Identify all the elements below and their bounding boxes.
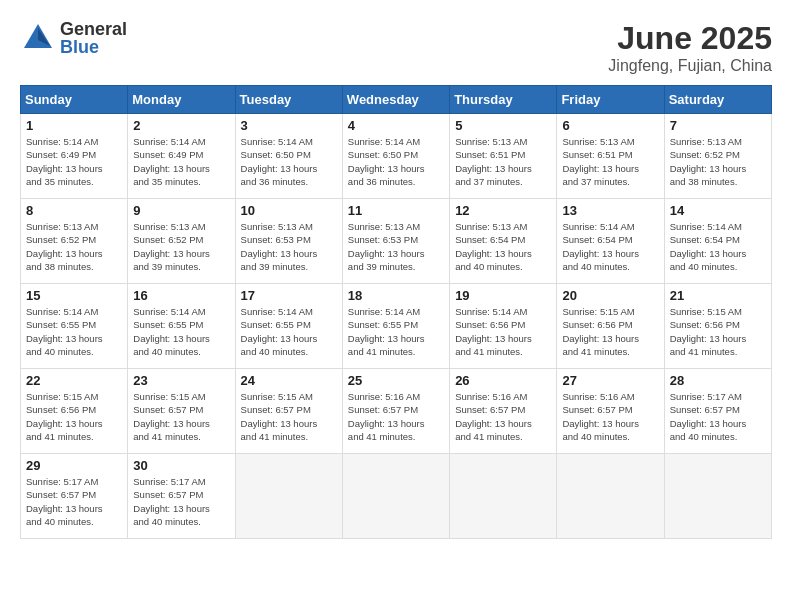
day-number: 12 [455,203,551,218]
col-monday: Monday [128,86,235,114]
day-number: 22 [26,373,122,388]
day-number: 14 [670,203,766,218]
day-info: Sunrise: 5:13 AMSunset: 6:53 PMDaylight:… [241,220,337,273]
day-number: 24 [241,373,337,388]
table-row [557,454,664,539]
day-info: Sunrise: 5:15 AMSunset: 6:57 PMDaylight:… [241,390,337,443]
day-info: Sunrise: 5:13 AMSunset: 6:52 PMDaylight:… [133,220,229,273]
day-info: Sunrise: 5:16 AMSunset: 6:57 PMDaylight:… [455,390,551,443]
day-number: 7 [670,118,766,133]
logo-general: General [60,20,127,38]
day-number: 25 [348,373,444,388]
col-thursday: Thursday [450,86,557,114]
day-number: 20 [562,288,658,303]
day-info: Sunrise: 5:14 AMSunset: 6:49 PMDaylight:… [133,135,229,188]
table-row: 20 Sunrise: 5:15 AMSunset: 6:56 PMDaylig… [557,284,664,369]
calendar-table: Sunday Monday Tuesday Wednesday Thursday… [20,85,772,539]
day-number: 28 [670,373,766,388]
table-row [664,454,771,539]
day-info: Sunrise: 5:16 AMSunset: 6:57 PMDaylight:… [348,390,444,443]
day-info: Sunrise: 5:14 AMSunset: 6:55 PMDaylight:… [133,305,229,358]
table-row: 12 Sunrise: 5:13 AMSunset: 6:54 PMDaylig… [450,199,557,284]
logo: General Blue [20,20,127,56]
day-number: 18 [348,288,444,303]
day-number: 23 [133,373,229,388]
day-info: Sunrise: 5:15 AMSunset: 6:56 PMDaylight:… [26,390,122,443]
day-info: Sunrise: 5:15 AMSunset: 6:56 PMDaylight:… [670,305,766,358]
day-number: 6 [562,118,658,133]
day-number: 15 [26,288,122,303]
day-info: Sunrise: 5:14 AMSunset: 6:54 PMDaylight:… [670,220,766,273]
day-number: 26 [455,373,551,388]
day-number: 9 [133,203,229,218]
day-info: Sunrise: 5:13 AMSunset: 6:52 PMDaylight:… [26,220,122,273]
col-saturday: Saturday [664,86,771,114]
day-number: 17 [241,288,337,303]
logo-icon [20,20,56,56]
day-info: Sunrise: 5:14 AMSunset: 6:55 PMDaylight:… [26,305,122,358]
logo-blue: Blue [60,38,127,56]
day-info: Sunrise: 5:14 AMSunset: 6:49 PMDaylight:… [26,135,122,188]
day-info: Sunrise: 5:17 AMSunset: 6:57 PMDaylight:… [133,475,229,528]
day-number: 27 [562,373,658,388]
table-row: 17 Sunrise: 5:14 AMSunset: 6:55 PMDaylig… [235,284,342,369]
day-number: 16 [133,288,229,303]
table-row: 29 Sunrise: 5:17 AMSunset: 6:57 PMDaylig… [21,454,128,539]
calendar-header-row: Sunday Monday Tuesday Wednesday Thursday… [21,86,772,114]
day-info: Sunrise: 5:14 AMSunset: 6:54 PMDaylight:… [562,220,658,273]
table-row: 9 Sunrise: 5:13 AMSunset: 6:52 PMDayligh… [128,199,235,284]
table-row: 11 Sunrise: 5:13 AMSunset: 6:53 PMDaylig… [342,199,449,284]
table-row: 1 Sunrise: 5:14 AMSunset: 6:49 PMDayligh… [21,114,128,199]
table-row: 28 Sunrise: 5:17 AMSunset: 6:57 PMDaylig… [664,369,771,454]
day-number: 21 [670,288,766,303]
table-row: 24 Sunrise: 5:15 AMSunset: 6:57 PMDaylig… [235,369,342,454]
table-row [342,454,449,539]
table-row: 18 Sunrise: 5:14 AMSunset: 6:55 PMDaylig… [342,284,449,369]
day-number: 29 [26,458,122,473]
table-row [450,454,557,539]
location-title: Jingfeng, Fujian, China [608,57,772,75]
day-number: 4 [348,118,444,133]
col-sunday: Sunday [21,86,128,114]
table-row: 19 Sunrise: 5:14 AMSunset: 6:56 PMDaylig… [450,284,557,369]
col-friday: Friday [557,86,664,114]
day-info: Sunrise: 5:14 AMSunset: 6:55 PMDaylight:… [348,305,444,358]
table-row: 22 Sunrise: 5:15 AMSunset: 6:56 PMDaylig… [21,369,128,454]
day-number: 30 [133,458,229,473]
table-row: 26 Sunrise: 5:16 AMSunset: 6:57 PMDaylig… [450,369,557,454]
day-info: Sunrise: 5:14 AMSunset: 6:56 PMDaylight:… [455,305,551,358]
day-info: Sunrise: 5:13 AMSunset: 6:51 PMDaylight:… [455,135,551,188]
table-row: 27 Sunrise: 5:16 AMSunset: 6:57 PMDaylig… [557,369,664,454]
day-info: Sunrise: 5:16 AMSunset: 6:57 PMDaylight:… [562,390,658,443]
page-header: General Blue June 2025 Jingfeng, Fujian,… [20,20,772,75]
table-row: 7 Sunrise: 5:13 AMSunset: 6:52 PMDayligh… [664,114,771,199]
day-info: Sunrise: 5:13 AMSunset: 6:52 PMDaylight:… [670,135,766,188]
table-row: 16 Sunrise: 5:14 AMSunset: 6:55 PMDaylig… [128,284,235,369]
table-row: 25 Sunrise: 5:16 AMSunset: 6:57 PMDaylig… [342,369,449,454]
table-row: 15 Sunrise: 5:14 AMSunset: 6:55 PMDaylig… [21,284,128,369]
table-row [235,454,342,539]
col-wednesday: Wednesday [342,86,449,114]
table-row: 2 Sunrise: 5:14 AMSunset: 6:49 PMDayligh… [128,114,235,199]
table-row: 4 Sunrise: 5:14 AMSunset: 6:50 PMDayligh… [342,114,449,199]
day-info: Sunrise: 5:14 AMSunset: 6:50 PMDaylight:… [241,135,337,188]
table-row: 8 Sunrise: 5:13 AMSunset: 6:52 PMDayligh… [21,199,128,284]
day-info: Sunrise: 5:13 AMSunset: 6:53 PMDaylight:… [348,220,444,273]
day-info: Sunrise: 5:17 AMSunset: 6:57 PMDaylight:… [26,475,122,528]
table-row: 21 Sunrise: 5:15 AMSunset: 6:56 PMDaylig… [664,284,771,369]
table-row: 14 Sunrise: 5:14 AMSunset: 6:54 PMDaylig… [664,199,771,284]
day-number: 11 [348,203,444,218]
day-number: 13 [562,203,658,218]
day-info: Sunrise: 5:13 AMSunset: 6:51 PMDaylight:… [562,135,658,188]
table-row: 23 Sunrise: 5:15 AMSunset: 6:57 PMDaylig… [128,369,235,454]
day-number: 5 [455,118,551,133]
day-number: 1 [26,118,122,133]
month-title: June 2025 [608,20,772,57]
table-row: 30 Sunrise: 5:17 AMSunset: 6:57 PMDaylig… [128,454,235,539]
day-number: 2 [133,118,229,133]
day-number: 3 [241,118,337,133]
title-block: June 2025 Jingfeng, Fujian, China [608,20,772,75]
table-row: 10 Sunrise: 5:13 AMSunset: 6:53 PMDaylig… [235,199,342,284]
table-row: 13 Sunrise: 5:14 AMSunset: 6:54 PMDaylig… [557,199,664,284]
day-info: Sunrise: 5:15 AMSunset: 6:57 PMDaylight:… [133,390,229,443]
